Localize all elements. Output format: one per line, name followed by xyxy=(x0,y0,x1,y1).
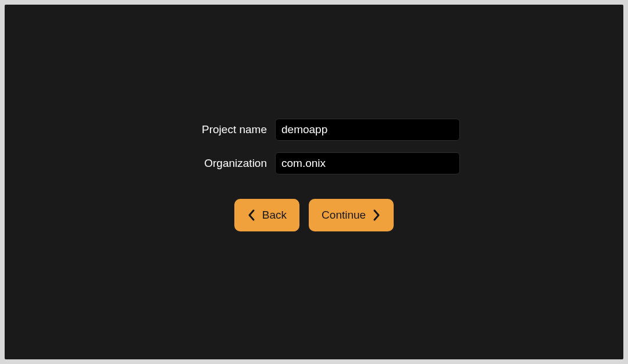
project-name-input[interactable] xyxy=(275,119,460,141)
organization-input[interactable] xyxy=(275,152,460,174)
continue-button[interactable]: Continue xyxy=(309,199,394,231)
project-name-row: Project name xyxy=(168,119,460,141)
continue-button-label: Continue xyxy=(322,209,366,222)
back-button[interactable]: Back xyxy=(234,199,299,231)
project-name-label: Project name xyxy=(168,123,267,136)
chevron-right-icon xyxy=(372,209,381,222)
wizard-panel: Project name Organization Back Continue xyxy=(5,5,623,359)
project-form: Project name Organization xyxy=(5,119,623,186)
organization-label: Organization xyxy=(168,157,267,170)
back-button-label: Back xyxy=(262,209,287,222)
organization-row: Organization xyxy=(168,152,460,174)
chevron-left-icon xyxy=(247,209,256,222)
wizard-button-row: Back Continue xyxy=(5,199,623,231)
